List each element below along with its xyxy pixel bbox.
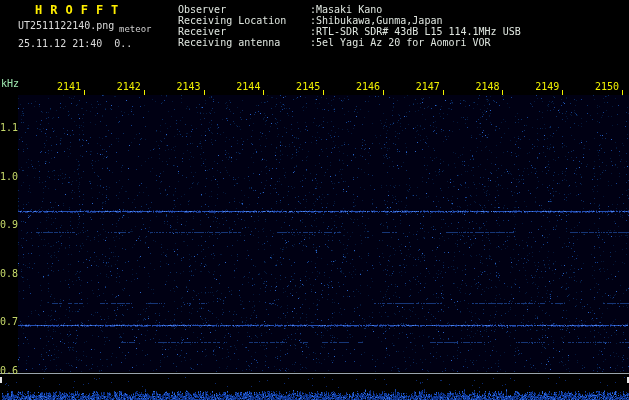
station-info-label: Receiver	[178, 26, 226, 37]
freq-tick-label: 1.0	[0, 171, 16, 182]
time-tick-label: 2149	[535, 81, 559, 92]
freq-tick-label: 0.8	[0, 268, 16, 279]
time-tick-label: 2150	[595, 81, 619, 92]
time-tick-label: 2145	[296, 81, 320, 92]
time-tick-label: 2141	[57, 81, 81, 92]
time-tick-label: 2144	[236, 81, 260, 92]
time-tick-label: 2142	[117, 81, 141, 92]
station-info-value: :5el Yagi Az 20 for Aomori VOR	[310, 37, 491, 48]
time-tick-label: 2147	[416, 81, 440, 92]
output-filename: UT2511122140.png	[18, 20, 114, 31]
station-info-label: Receiving Location	[178, 15, 286, 26]
app-title: HROFFT	[35, 4, 126, 17]
freq-tick-label: 0.6	[0, 365, 16, 376]
freq-tick-label: 0.9	[0, 219, 16, 230]
freq-tick-label: 0.7	[0, 316, 16, 327]
station-info-value: :Shibukawa,Gunma,Japan	[310, 15, 442, 26]
station-info-value: :RTL-SDR SDR# 43dB L15 114.1MHz USB	[310, 26, 521, 37]
observation-mode: meteor	[119, 25, 152, 35]
time-tick-label: 2146	[356, 81, 380, 92]
spectrogram-canvas	[0, 0, 629, 400]
time-tick-label: 2148	[475, 81, 499, 92]
freq-tick-label: 1.1	[0, 122, 16, 133]
time-tick-label: 2143	[177, 81, 201, 92]
station-info-value: :Masaki Kano	[310, 4, 382, 15]
station-info-label: Receiving antenna	[178, 37, 280, 48]
station-info-label: Observer	[178, 4, 226, 15]
timestamp: 25.11.12 21:40 0..	[18, 38, 132, 49]
freq-axis-unit: kHz	[1, 78, 19, 89]
hrofft-window: HROFFT UT2511122140.png meteor 25.11.12 …	[0, 0, 629, 400]
